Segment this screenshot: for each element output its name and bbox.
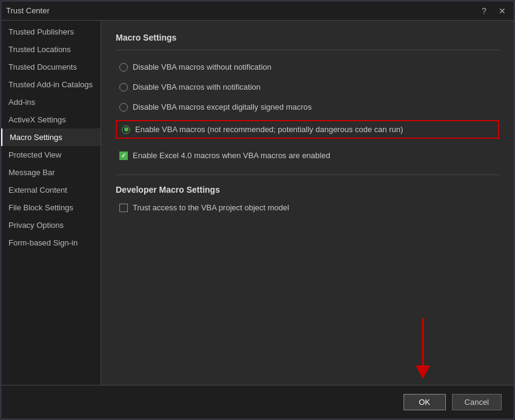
close-button[interactable]: ✕ [496,4,509,18]
radio-disable-except-signed[interactable]: Disable VBA macros except digitally sign… [116,100,499,114]
dialog-footer: OK Cancel [1,385,514,419]
checkbox-trust-vba-label: Trust access to the VBA project object m… [133,203,289,212]
dialog-title: Trust Center [6,6,50,15]
checkbox-excel4-label: Enable Excel 4.0 macros when VBA macros … [133,151,330,160]
radio-label-4: Enable VBA macros (not recommended; pote… [135,125,403,134]
radio-circle-1 [119,63,128,72]
sidebar-item-message-bar[interactable]: Message Bar [1,164,101,181]
sidebar-item-file-block-settings[interactable]: File Block Settings [1,199,101,216]
checkbox-trust-vba[interactable] [119,204,128,212]
radio-disable-with-notify[interactable]: Disable VBA macros with notification [116,80,499,94]
radio-label-2: Disable VBA macros with notification [133,82,261,92]
sidebar-item-external-content[interactable]: External Content [1,181,101,199]
radio-circle-2 [119,83,128,92]
radio-circle-4 [122,125,130,134]
radio-disable-no-notify[interactable]: Disable VBA macros without notification [116,60,499,74]
main-content: Macro Settings Disable VBA macros withou… [101,21,514,385]
checkbox-trust-vba-row[interactable]: Trust access to the VBA project object m… [116,201,499,215]
sidebar-item-add-ins[interactable]: Add-ins [1,93,101,111]
macro-settings-title: Macro Settings [116,33,499,42]
sidebar-item-activex-settings[interactable]: ActiveX Settings [1,111,101,128]
trust-center-dialog: Trust Center ? ✕ Trusted Publishers Trus… [1,1,514,419]
cancel-button[interactable]: Cancel [452,394,502,410]
sidebar-item-privacy-options[interactable]: Privacy Options [1,216,101,234]
sidebar-item-protected-view[interactable]: Protected View [1,146,101,164]
title-bar: Trust Center ? ✕ [1,1,514,21]
help-button[interactable]: ? [477,4,491,18]
checkbox-excel4[interactable] [119,152,128,160]
title-bar-right: ? ✕ [477,4,509,18]
ok-button[interactable]: OK [404,394,446,410]
sidebar-item-form-based-sign-in[interactable]: Form-based Sign-in [1,234,101,252]
sidebar-item-trusted-publishers[interactable]: Trusted Publishers [1,23,101,41]
checkbox-excel4-row[interactable]: Enable Excel 4.0 macros when VBA macros … [116,148,499,162]
sidebar-item-trusted-locations[interactable]: Trusted Locations [1,41,101,58]
sidebar: Trusted Publishers Trusted Locations Tru… [1,21,101,385]
dev-divider [116,175,499,175]
sidebar-item-trusted-documents[interactable]: Trusted Documents [1,58,101,76]
section-divider [116,50,499,50]
dev-macro-settings-title: Developer Macro Settings [116,185,499,195]
radio-enable-vba[interactable]: Enable VBA macros (not recommended; pote… [116,120,499,139]
sidebar-item-macro-settings[interactable]: Macro Settings [1,128,101,146]
sidebar-item-trusted-add-in-catalogs[interactable]: Trusted Add-in Catalogs [1,76,101,93]
macro-radio-group: Disable VBA macros without notification … [116,60,499,139]
dialog-body: Trusted Publishers Trusted Locations Tru… [1,21,514,385]
radio-label-1: Disable VBA macros without notification [133,62,271,72]
radio-label-3: Disable VBA macros except digitally sign… [133,102,312,112]
title-bar-left: Trust Center [6,6,50,15]
radio-circle-3 [119,103,128,112]
